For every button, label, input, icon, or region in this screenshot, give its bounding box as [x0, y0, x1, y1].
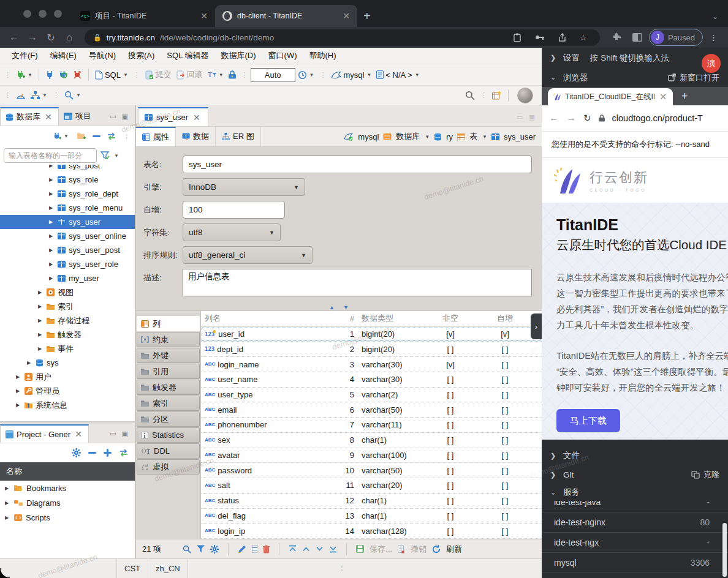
user-avatar[interactable] — [517, 88, 533, 103]
close-tab-icon[interactable]: ✕ — [199, 11, 209, 21]
panel-minmax-icons[interactable]: ▭ ▣ — [110, 113, 135, 126]
menu-item[interactable]: 导航(N) — [83, 48, 121, 64]
pane-splitter[interactable]: ▲▼ — [136, 304, 542, 311]
minimize-window-button[interactable] — [39, 10, 47, 18]
back-button[interactable]: ← — [6, 32, 22, 43]
service-row-ide-test-ngx[interactable]: ide-test-ngx- — [542, 533, 728, 553]
column-notnull[interactable]: [v] — [423, 360, 478, 369]
edit-pencil-icon[interactable] — [238, 545, 246, 554]
tree-item-sys_user_post[interactable]: ▶sys_user_post — [0, 243, 135, 257]
tree-item-sys_user_online[interactable]: ▶sys_user_online — [0, 229, 135, 243]
sql-editor-button[interactable]: SQL▼ — [93, 69, 131, 81]
tree-expand-icon[interactable]: ▶ — [38, 346, 44, 351]
column-row-email[interactable]: ABCemail6varchar(50)[ ][ ] — [201, 402, 542, 418]
column-autoincrement[interactable]: [ ] — [478, 466, 532, 475]
bookmark-media-icon[interactable] — [513, 33, 521, 42]
save-icon[interactable] — [356, 545, 364, 553]
panel-minmax-icons[interactable]: ▭ ▣ — [110, 430, 135, 443]
disconnect-button[interactable] — [70, 69, 85, 81]
open-new-window-button[interactable]: 新窗口打开 — [668, 72, 719, 83]
breadcrumb-connection[interactable]: mysql — [358, 132, 379, 141]
splitter-down-icon[interactable]: ▼ — [343, 304, 349, 310]
tree-expand-icon[interactable]: ▶ — [49, 261, 55, 267]
tree-expand-icon[interactable]: ▶ — [38, 318, 44, 323]
column-autoincrement[interactable]: [ ] — [478, 345, 532, 354]
forward-button[interactable]: → — [25, 32, 40, 43]
embedded-url[interactable]: cloudtogo.cn/product-T — [612, 113, 703, 123]
browser-section-row[interactable]: ⌄ 浏览器 新窗口打开 — [542, 68, 728, 87]
tree-item-事件[interactable]: ▶事件 — [0, 342, 135, 356]
category-列[interactable]: 列 — [137, 316, 200, 331]
column-autoincrement[interactable]: [ ] — [478, 405, 532, 415]
back-icon[interactable]: ← — [549, 113, 559, 124]
column-row-sex[interactable]: ABCsex8char(1)[ ][ ] — [201, 433, 542, 448]
new-tab-button[interactable]: + — [363, 9, 371, 23]
column-row-del_flag[interactable]: ABCdel_flag13char(1)[ ][ ] — [201, 509, 542, 524]
side-panel-icon[interactable] — [632, 33, 642, 42]
dropdown-arrow-icon[interactable]: ▼ — [482, 134, 487, 140]
expand-icon[interactable] — [104, 449, 112, 457]
close-tab-icon[interactable]: ✕ — [341, 11, 351, 21]
category-外键[interactable]: 外键 — [137, 348, 200, 363]
panel-scrollbar[interactable] — [722, 523, 727, 577]
tree-item-my_user[interactable]: ▶my_user — [0, 271, 135, 285]
column-notnull[interactable]: [ ] — [423, 390, 478, 399]
description-textarea[interactable]: 用户信息表 — [183, 269, 532, 296]
column-notnull[interactable]: [ ] — [423, 345, 478, 354]
breadcrumb-tables[interactable]: 表 — [469, 131, 477, 142]
home-button[interactable]: ⌂ — [61, 32, 77, 43]
refresh-icon[interactable] — [432, 545, 441, 554]
extensions-puzzle-icon[interactable] — [612, 32, 621, 42]
active-connection-selector[interactable]: mysql▼ — [328, 69, 374, 81]
grid-header-自增[interactable]: 自增 — [478, 313, 532, 324]
reconnect-button[interactable] — [56, 69, 70, 81]
tree-expand-icon[interactable]: ▶ — [49, 219, 55, 225]
menu-item[interactable]: 窗口(W) — [263, 48, 303, 64]
tree-item-sys_post[interactable]: ▶sys_post — [0, 165, 135, 173]
column-autoincrement[interactable]: [ ] — [478, 360, 532, 369]
tree-item-用户[interactable]: ▶用户 — [0, 370, 135, 384]
autoincrement-input[interactable] — [183, 201, 285, 219]
category-DDL[interactable]: TDDL — [137, 443, 200, 459]
close-tab-icon[interactable]: ✕ — [44, 112, 53, 122]
column-notnull[interactable]: [ ] — [423, 451, 478, 460]
tab-search-chevron-icon[interactable]: ⌄ — [712, 12, 718, 21]
close-tab-icon[interactable]: ✕ — [658, 92, 668, 102]
embedded-browser-tab[interactable]: TitanIDE_CloudIDE_在线IDE_ ✕ — [548, 88, 673, 105]
auto-commit-box[interactable]: Auto — [251, 68, 295, 82]
editor-tab-sys-user[interactable]: sys_user ✕ — [138, 107, 208, 126]
column-view-icon[interactable] — [252, 545, 257, 553]
tree-expand-icon[interactable]: ▶ — [49, 276, 55, 281]
grid-header-数据类型[interactable]: 数据类型 — [358, 313, 423, 324]
tree-expand-icon[interactable]: ▶ — [16, 374, 21, 380]
search-icon[interactable] — [183, 545, 191, 554]
tree-expand-icon[interactable]: ▶ — [5, 486, 10, 491]
project-item-Diagrams[interactable]: ▶Diagrams — [0, 495, 135, 510]
forward-icon[interactable]: → — [566, 113, 576, 124]
tree-item-sys_user_role[interactable]: ▶sys_user_role — [0, 257, 135, 271]
column-row-phonenumber[interactable]: ABCphonenumber7varchar(11)[ ][ ] — [201, 418, 542, 433]
settings-gear-icon[interactable] — [210, 545, 219, 554]
reload-icon[interactable]: ↻ — [583, 113, 591, 124]
subtab-属性[interactable]: 属性 — [136, 127, 176, 146]
tree-item-索引[interactable]: ▶索引 — [0, 299, 135, 313]
window-controls[interactable] — [0, 0, 73, 27]
statusbar-grip[interactable]: ⁞ — [341, 564, 343, 573]
new-connection-button[interactable]: ▼ — [13, 69, 35, 81]
column-row-login_name[interactable]: ABClogin_name3varchar(30)[v][ ] — [201, 357, 542, 372]
tree-expand-icon[interactable]: ▶ — [38, 290, 44, 295]
new-folder-icon[interactable] — [77, 132, 86, 140]
dashboard-button[interactable] — [13, 89, 28, 101]
move-down-icon[interactable] — [316, 546, 324, 552]
link-selection-icon[interactable] — [107, 132, 116, 140]
tree-expand-icon[interactable]: ▶ — [49, 233, 55, 239]
settings-section-row[interactable]: ❯ 设置 按 Shift 键切换输入法 — [542, 48, 728, 68]
network-topology-button[interactable]: ▼ — [28, 89, 50, 102]
profile-paused-pill[interactable]: J Paused — [649, 29, 703, 46]
filter-dropdown-icon[interactable]: ▼ — [114, 153, 119, 159]
collation-select[interactable]: utf8_general_ci▼ — [183, 246, 313, 264]
column-autoincrement[interactable]: [ ] — [478, 390, 532, 399]
column-row-salt[interactable]: ABCsalt11varchar(20)[ ][ ] — [201, 478, 542, 494]
column-row-status[interactable]: ABCstatus12char(1)[ ][ ] — [201, 494, 542, 509]
save-label[interactable]: 保存... — [370, 544, 392, 555]
